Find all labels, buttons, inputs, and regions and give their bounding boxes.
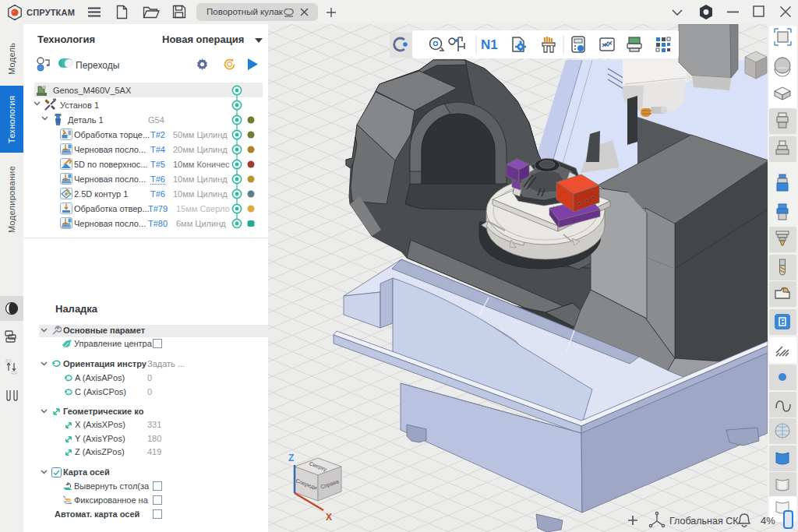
svg-text:X: X: [326, 512, 332, 523]
svg-text:N1: N1: [481, 37, 498, 52]
svg-text:Глобальная СК: Глобальная СК: [669, 516, 739, 527]
svg-text:4%: 4%: [761, 515, 775, 527]
svg-text:Z: Z: [288, 453, 294, 463]
